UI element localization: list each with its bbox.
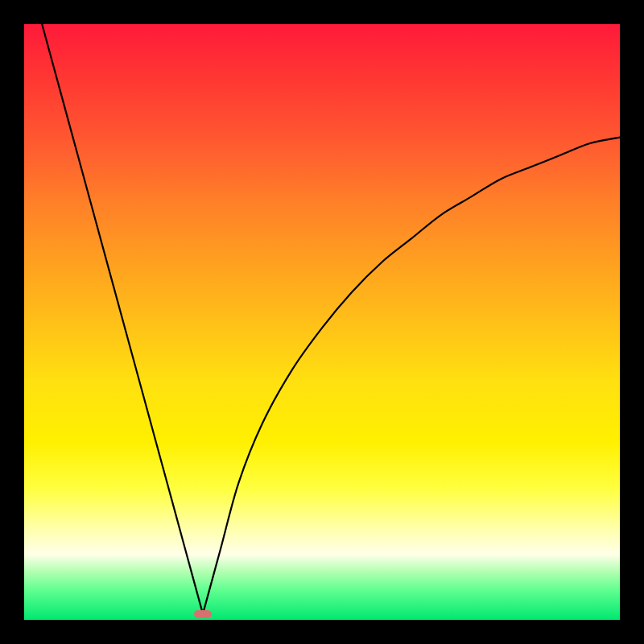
plot-area [24, 24, 620, 620]
bottleneck-curve [42, 24, 620, 614]
watermark-text: .TheBottleneck.com [462, 5, 618, 23]
chart-frame: .TheBottleneck.com [0, 0, 644, 644]
min-marker [194, 610, 212, 618]
curve-svg [24, 24, 620, 620]
